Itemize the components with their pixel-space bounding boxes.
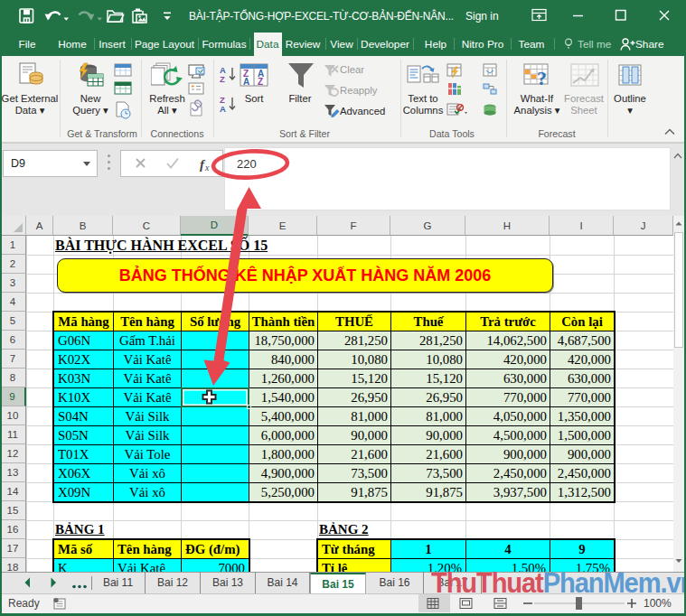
svg-text:A: A: [220, 104, 226, 114]
svg-text:A: A: [243, 77, 249, 87]
svg-text:?: ?: [537, 67, 547, 89]
svg-text:x: x: [204, 163, 210, 173]
svg-text:Z: Z: [220, 74, 225, 84]
svg-text:Z: Z: [258, 77, 263, 87]
